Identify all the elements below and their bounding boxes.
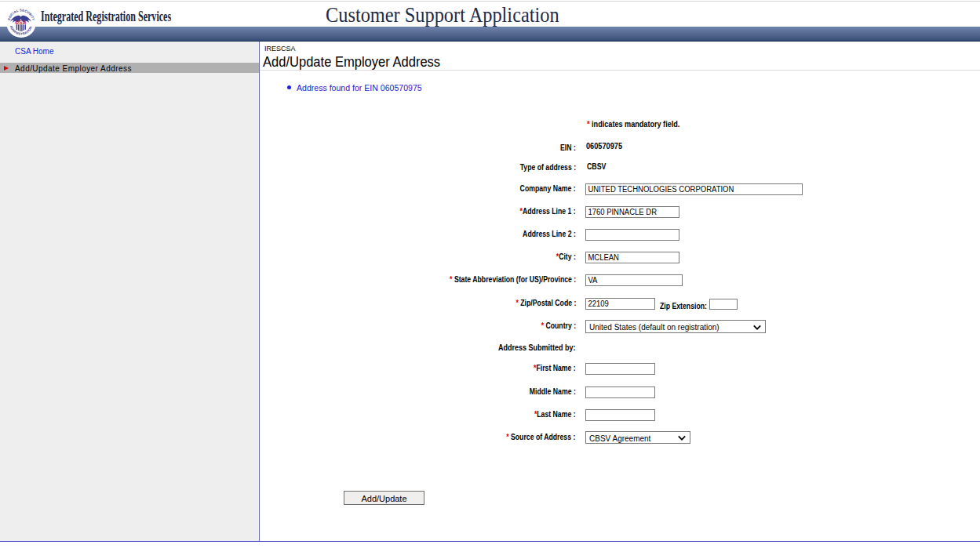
- svg-text:USA: USA: [15, 20, 26, 25]
